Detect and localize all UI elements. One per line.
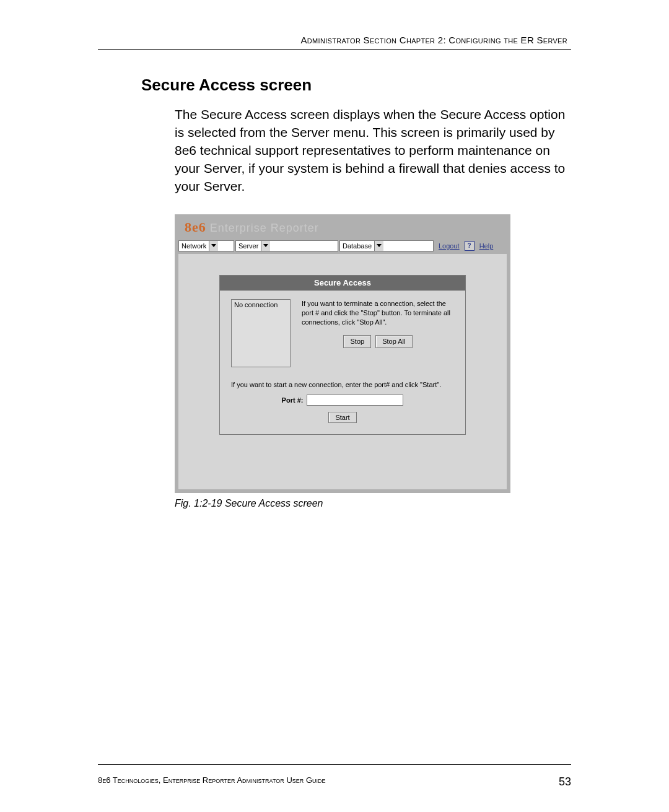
menu-database-label: Database [340,242,374,250]
logout-link[interactable]: Logout [439,242,460,250]
port-input[interactable] [307,395,403,406]
menu-server[interactable]: Server [235,240,338,251]
body-paragraph: The Secure Access screen displays when t… [175,106,566,196]
page-number: 53 [559,775,571,788]
app-brand: 8e6 Enterprise Reporter [185,219,319,235]
figure-caption: Fig. 1:2-19 Secure Access screen [175,498,571,509]
svg-marker-0 [211,244,216,247]
chevron-down-icon [261,241,270,251]
brand-name: Enterprise Reporter [210,222,319,234]
chevron-down-icon [374,241,383,251]
svg-marker-1 [263,244,268,247]
menu-database[interactable]: Database [339,240,434,251]
menubar: Network Server Database Logout ? Help [178,240,507,251]
section-heading: Secure Access screen [141,76,571,95]
start-instructions: If you want to start a new connection, e… [231,381,454,388]
footer-text: 8e6 Technologies, Enterprise Reporter Ad… [98,775,326,788]
page-footer: 8e6 Technologies, Enterprise Reporter Ad… [98,775,571,788]
menu-network-label: Network [179,242,209,250]
help-link[interactable]: Help [479,242,494,250]
brand-logo: 8e6 [185,219,206,235]
figure-wrap: 8e6 Enterprise Reporter Network Server D… [175,214,571,509]
terminate-instructions: If you want to terminate a connection, s… [302,299,454,367]
stop-button[interactable]: Stop [343,335,371,348]
connection-listbox[interactable]: No connection [231,299,291,367]
menu-server-label: Server [236,242,261,250]
footer-rule [98,764,571,765]
port-label: Port #: [282,396,304,404]
start-button[interactable]: Start [328,412,356,423]
secure-access-panel: Secure Access No connection If you want … [219,275,466,435]
running-header: Administrator Section Chapter 2: Configu… [98,35,571,45]
stop-all-button[interactable]: Stop All [375,335,412,348]
chevron-down-icon [209,241,218,251]
panel-title: Secure Access [220,276,465,290]
header-rule [98,49,571,50]
app-content: Secure Access No connection If you want … [178,254,507,489]
svg-marker-2 [377,244,382,247]
app-screenshot: 8e6 Enterprise Reporter Network Server D… [175,214,510,493]
help-question-icon[interactable]: ? [465,241,474,251]
terminate-text: If you want to terminate a connection, s… [302,300,450,326]
menu-network[interactable]: Network [178,240,234,251]
